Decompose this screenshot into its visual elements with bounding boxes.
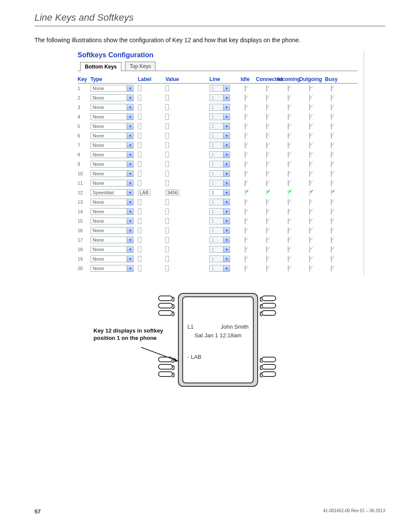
outgoing-checkbox[interactable] xyxy=(309,180,310,186)
idle-checkbox[interactable] xyxy=(245,190,246,196)
incoming-checkbox[interactable] xyxy=(288,190,289,196)
line-select[interactable]: 1▾ xyxy=(209,227,230,234)
busy-checkbox[interactable] xyxy=(331,85,332,91)
type-select[interactable]: None▾ xyxy=(90,199,134,205)
line-select[interactable]: 1▾ xyxy=(209,142,230,149)
incoming-checkbox[interactable] xyxy=(288,85,289,91)
label-input[interactable] xyxy=(138,237,141,243)
connected-checkbox[interactable] xyxy=(266,95,267,101)
incoming-checkbox[interactable] xyxy=(288,123,289,129)
label-input[interactable] xyxy=(138,171,141,177)
connected-checkbox[interactable] xyxy=(266,180,267,186)
outgoing-checkbox[interactable] xyxy=(309,199,310,205)
incoming-checkbox[interactable] xyxy=(288,218,289,224)
type-select[interactable]: None▾ xyxy=(90,132,134,139)
line-select[interactable]: 1▾ xyxy=(209,199,230,205)
idle-checkbox[interactable] xyxy=(245,95,246,101)
connected-checkbox[interactable] xyxy=(266,152,267,158)
type-select[interactable]: None▾ xyxy=(90,151,134,158)
label-input[interactable] xyxy=(138,142,141,148)
incoming-checkbox[interactable] xyxy=(288,265,289,271)
outgoing-checkbox[interactable] xyxy=(309,133,310,139)
idle-checkbox[interactable] xyxy=(245,265,246,271)
idle-checkbox[interactable] xyxy=(245,161,246,167)
type-select[interactable]: None▾ xyxy=(90,104,134,111)
outgoing-checkbox[interactable] xyxy=(309,227,310,233)
type-select[interactable]: None▾ xyxy=(90,218,134,224)
connected-checkbox[interactable] xyxy=(266,190,267,196)
label-input[interactable] xyxy=(138,218,141,224)
label-input[interactable] xyxy=(138,133,141,139)
idle-checkbox[interactable] xyxy=(245,104,246,110)
connected-checkbox[interactable] xyxy=(266,237,267,243)
incoming-checkbox[interactable] xyxy=(288,95,289,101)
outgoing-checkbox[interactable] xyxy=(309,95,310,101)
idle-checkbox[interactable] xyxy=(245,152,246,158)
busy-checkbox[interactable] xyxy=(331,123,332,129)
busy-checkbox[interactable] xyxy=(331,256,332,262)
incoming-checkbox[interactable] xyxy=(288,237,289,243)
connected-checkbox[interactable] xyxy=(266,85,267,91)
outgoing-checkbox[interactable] xyxy=(309,218,310,224)
value-input[interactable] xyxy=(165,95,169,101)
type-select[interactable]: None▾ xyxy=(90,94,134,101)
label-input[interactable] xyxy=(138,85,141,91)
idle-checkbox[interactable] xyxy=(245,142,246,148)
incoming-checkbox[interactable] xyxy=(288,152,289,158)
incoming-checkbox[interactable] xyxy=(288,246,289,252)
type-select[interactable]: None▾ xyxy=(90,123,134,130)
incoming-checkbox[interactable] xyxy=(288,180,289,186)
connected-checkbox[interactable] xyxy=(266,227,267,233)
label-input[interactable] xyxy=(138,114,141,120)
label-input[interactable] xyxy=(138,152,141,158)
busy-checkbox[interactable] xyxy=(331,227,332,233)
value-input[interactable] xyxy=(165,142,169,148)
line-select[interactable]: 1▾ xyxy=(209,218,230,224)
incoming-checkbox[interactable] xyxy=(288,142,289,148)
busy-checkbox[interactable] xyxy=(331,180,332,186)
type-select[interactable]: None▾ xyxy=(90,265,134,272)
line-select[interactable]: 1▾ xyxy=(209,170,230,177)
label-input[interactable] xyxy=(138,95,141,101)
outgoing-checkbox[interactable] xyxy=(309,208,310,215)
connected-checkbox[interactable] xyxy=(266,265,267,271)
idle-checkbox[interactable] xyxy=(245,218,246,224)
label-input[interactable] xyxy=(138,199,141,205)
outgoing-checkbox[interactable] xyxy=(309,152,310,158)
idle-checkbox[interactable] xyxy=(245,133,246,139)
connected-checkbox[interactable] xyxy=(266,114,267,120)
idle-checkbox[interactable] xyxy=(245,85,246,91)
busy-checkbox[interactable] xyxy=(331,171,332,177)
incoming-checkbox[interactable] xyxy=(288,227,289,233)
idle-checkbox[interactable] xyxy=(245,180,246,186)
line-select[interactable]: 1▾ xyxy=(209,208,230,215)
idle-checkbox[interactable] xyxy=(245,208,246,215)
outgoing-checkbox[interactable] xyxy=(309,237,310,243)
idle-checkbox[interactable] xyxy=(245,237,246,243)
line-select[interactable]: 1▾ xyxy=(209,113,230,120)
type-select[interactable]: None▾ xyxy=(90,208,134,215)
value-input[interactable] xyxy=(165,199,169,205)
line-select[interactable]: 1▾ xyxy=(209,255,230,262)
incoming-checkbox[interactable] xyxy=(288,171,289,177)
incoming-checkbox[interactable] xyxy=(288,256,289,262)
label-input[interactable] xyxy=(138,227,141,233)
line-select[interactable]: 1▾ xyxy=(209,132,230,139)
connected-checkbox[interactable] xyxy=(266,246,267,252)
type-select[interactable]: None▾ xyxy=(90,180,134,187)
value-input[interactable]: 3456 xyxy=(165,190,179,196)
outgoing-checkbox[interactable] xyxy=(309,85,310,91)
busy-checkbox[interactable] xyxy=(331,218,332,224)
busy-checkbox[interactable] xyxy=(331,237,332,243)
label-input[interactable] xyxy=(138,208,141,215)
value-input[interactable] xyxy=(165,180,169,186)
outgoing-checkbox[interactable] xyxy=(309,171,310,177)
connected-checkbox[interactable] xyxy=(266,104,267,110)
incoming-checkbox[interactable] xyxy=(288,161,289,167)
label-input[interactable] xyxy=(138,246,141,252)
value-input[interactable] xyxy=(165,133,169,139)
outgoing-checkbox[interactable] xyxy=(309,114,310,120)
connected-checkbox[interactable] xyxy=(266,161,267,167)
type-select[interactable]: None▾ xyxy=(90,227,134,234)
value-input[interactable] xyxy=(165,246,169,252)
